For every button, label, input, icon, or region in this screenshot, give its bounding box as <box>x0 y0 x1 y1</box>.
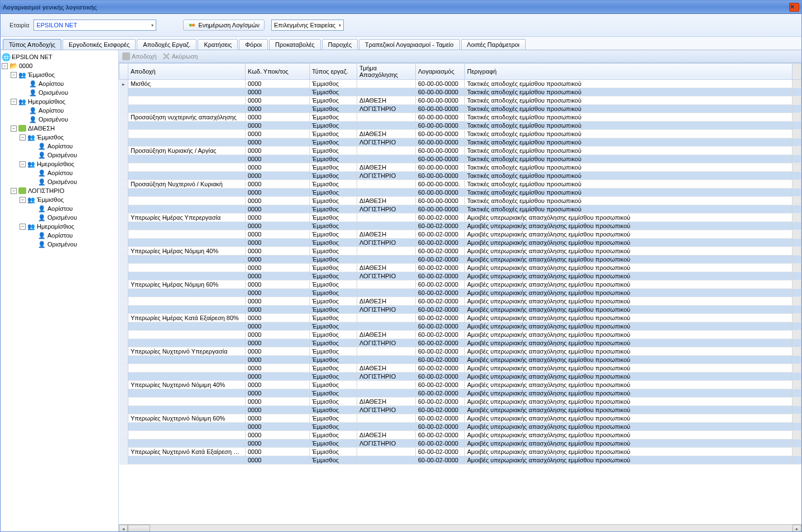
cell[interactable]: Αμοιβές υπερωριακής απασχόλησης εμμίσθου… <box>465 331 793 339</box>
table-row[interactable]: 0000ΈμμισθοςΔΙΑΘΕΣΗ60-00-02-0000Αμοιβές … <box>119 364 801 373</box>
cell[interactable] <box>357 188 416 197</box>
cell[interactable]: 0000 <box>246 172 310 180</box>
cell[interactable]: 0000 <box>246 431 310 439</box>
cell[interactable]: 0000 <box>246 306 310 314</box>
tree-sub[interactable]: 👤Ορισμένου <box>2 115 117 124</box>
cell[interactable]: 0000 <box>246 138 310 147</box>
cell[interactable]: Υπερωρίες Ημέρας Νόμιμη 40% <box>128 247 246 255</box>
cell[interactable]: 0000 <box>246 373 310 381</box>
cell[interactable] <box>128 222 246 230</box>
cell[interactable] <box>128 289 246 297</box>
cell[interactable]: Αμοιβές υπερωριακής απασχόλησης εμμίσθου… <box>465 439 793 448</box>
table-row[interactable]: Υπερωρίες Νυχτερινό Κατά Εξαίρεση 80%000… <box>119 448 801 456</box>
cell[interactable]: 0000 <box>246 289 310 297</box>
tab-5[interactable]: Προκαταβολές <box>269 39 321 50</box>
cell[interactable]: 60-00-02-0000 <box>416 331 465 339</box>
cell[interactable]: 0000 <box>246 414 310 423</box>
cell[interactable]: Τακτικές αποδοχές εμμίσθου προσωπικού <box>465 197 793 205</box>
cell[interactable]: Τακτικές αποδοχές εμμίσθου προσωπικού <box>465 188 793 197</box>
table-row[interactable]: 0000ΈμμισθοςΔΙΑΘΕΣΗ60-00-00-0000Τακτικές… <box>119 197 801 205</box>
cell[interactable]: Έμμισθος <box>310 130 357 138</box>
cell[interactable]: Αμοιβές υπερωριακής απασχόλησης εμμίσθου… <box>465 414 793 423</box>
cell[interactable] <box>128 339 246 347</box>
cell[interactable]: 60-00-02-0000 <box>416 314 465 322</box>
cancel-button[interactable]: Ακύρωση <box>162 52 198 60</box>
cell[interactable]: Έμμισθος <box>310 113 357 122</box>
cell[interactable]: Έμμισθος <box>310 230 357 239</box>
cell[interactable]: 0000 <box>246 339 310 347</box>
cell[interactable]: Αμοιβές υπερωριακής απασχόλησης εμμίσθου… <box>465 423 793 431</box>
cell[interactable]: 60-00-00-0000 <box>416 197 465 205</box>
table-row[interactable]: 0000ΈμμισθοςΛΟΓΙΣΤΗΡΙΟ60-00-00-0000Τακτι… <box>119 138 801 147</box>
cell[interactable] <box>128 255 246 264</box>
cell[interactable]: 0000 <box>246 280 310 289</box>
cell[interactable]: Έμμισθος <box>310 172 357 180</box>
cell[interactable]: Έμμισθος <box>310 456 357 465</box>
cell[interactable] <box>357 456 416 465</box>
cell[interactable]: Αμοιβές υπερωριακής απασχόλησης εμμίσθου… <box>465 306 793 314</box>
cell[interactable] <box>357 289 416 297</box>
grid[interactable]: ΑποδοχήΚωδ. Υποκ/τοςΤύπος εργαζ.Τμήμα Απ… <box>119 63 801 524</box>
table-row[interactable]: 0000ΈμμισθοςΔΙΑΘΕΣΗ60-00-02-0000Αμοιβές … <box>119 331 801 339</box>
table-row[interactable]: Υπερωρίες Ημέρας Υπερεργασία0000Έμμισθος… <box>119 214 801 222</box>
cell[interactable] <box>357 314 416 322</box>
cell[interactable]: Έμμισθος <box>310 431 357 439</box>
table-row[interactable]: Υπερωρίες Νυχτερινό Νόμιμη 40%0000Έμμισθ… <box>119 381 801 389</box>
cell[interactable]: ΛΟΓΙΣΤΗΡΙΟ <box>357 439 416 448</box>
cell[interactable]: Υπερωρίες Ημέρας Υπερεργασία <box>128 214 246 222</box>
cell[interactable]: Αμοιβές υπερωριακής απασχόλησης εμμίσθου… <box>465 389 793 398</box>
table-row[interactable]: 0000Έμμισθος60-00-02-0000Αμοιβές υπερωρι… <box>119 423 801 431</box>
cell[interactable]: 60-00-02-0000 <box>416 297 465 306</box>
cell[interactable]: 0000 <box>246 247 310 255</box>
cell[interactable]: 0000 <box>246 155 310 163</box>
cell[interactable]: Έμμισθος <box>310 439 357 448</box>
tree-sub[interactable]: 👤Αορίστου <box>2 204 117 213</box>
cell[interactable]: Έμμισθος <box>310 364 357 373</box>
table-row[interactable]: 0000ΈμμισθοςΔΙΑΘΕΣΗ60-00-02-0000Αμοιβές … <box>119 431 801 439</box>
cell[interactable]: 0000 <box>246 314 310 322</box>
cell[interactable]: 0000 <box>246 88 310 96</box>
cell[interactable]: Έμμισθος <box>310 138 357 147</box>
cell[interactable]: 0000 <box>246 448 310 456</box>
cell[interactable]: 0000 <box>246 80 310 88</box>
cell[interactable]: Μισθός <box>128 80 246 88</box>
cell[interactable]: Έμμισθος <box>310 339 357 347</box>
tab-6[interactable]: Παροχές <box>322 39 358 50</box>
cell[interactable] <box>357 347 416 356</box>
cell[interactable]: 60-00-02-0000 <box>416 439 465 448</box>
tree-emptype[interactable]: −👥Ημερομίσθιος <box>2 97 117 106</box>
cell[interactable]: Έμμισθος <box>310 414 357 423</box>
cell[interactable] <box>357 414 416 423</box>
cell[interactable]: Έμμισθος <box>310 398 357 406</box>
cell[interactable]: Τακτικές αποδοχές εμμίσθου προσωπικού <box>465 80 793 88</box>
table-row[interactable]: Προσαύξηση νυχτερινής απασχόλησης0000Έμμ… <box>119 113 801 122</box>
cell[interactable]: 60-00-02-0000 <box>416 373 465 381</box>
cell[interactable]: 0000 <box>246 197 310 205</box>
cell[interactable]: Έμμισθος <box>310 147 357 155</box>
cell[interactable]: 0000 <box>246 264 310 272</box>
cell[interactable]: 0000 <box>246 272 310 280</box>
cell[interactable]: Έμμισθος <box>310 96 357 105</box>
cell[interactable]: 60-00-00-0000 <box>416 130 465 138</box>
table-row[interactable]: 0000ΈμμισθοςΔΙΑΘΕΣΗ60-00-02-0000Αμοιβές … <box>119 297 801 306</box>
cell[interactable] <box>128 155 246 163</box>
cell[interactable]: Τακτικές αποδοχές εμμίσθου προσωπικού <box>465 172 793 180</box>
cell[interactable]: 0000 <box>246 113 310 122</box>
cell[interactable]: 60-00-00-0000 <box>416 188 465 197</box>
cell[interactable]: Έμμισθος <box>310 80 357 88</box>
cell[interactable]: 0000 <box>246 130 310 138</box>
cell[interactable] <box>128 172 246 180</box>
cell[interactable]: 60-00-02-0000 <box>416 272 465 280</box>
cell[interactable]: 0000 <box>246 347 310 356</box>
cell[interactable]: ΔΙΑΘΕΣΗ <box>357 264 416 272</box>
cell[interactable]: 0000 <box>246 96 310 105</box>
cell[interactable]: 60-00-00-0000 <box>416 172 465 180</box>
cell[interactable]: Έμμισθος <box>310 347 357 356</box>
cell[interactable]: 60-00-02-0000 <box>416 389 465 398</box>
table-row[interactable]: 0000Έμμισθος60-00-00-0000Τακτικές αποδοχ… <box>119 88 801 96</box>
cell[interactable]: Έμμισθος <box>310 214 357 222</box>
column-header[interactable]: Τύπος εργαζ. <box>310 64 357 80</box>
cell[interactable]: 60-00-00-0000 <box>416 147 465 155</box>
cell[interactable]: 60-00-02-0000 <box>416 306 465 314</box>
cell[interactable] <box>357 280 416 289</box>
